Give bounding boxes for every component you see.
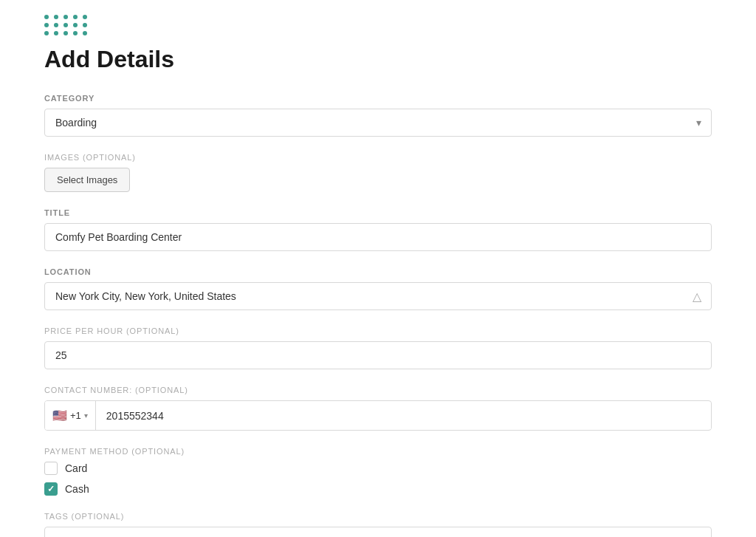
images-group: IMAGES (OPTIONAL) Select Images	[44, 153, 712, 192]
location-input[interactable]	[44, 282, 712, 310]
phone-input-wrapper: 🇺🇸 +1 ▾	[44, 400, 712, 431]
select-images-button[interactable]: Select Images	[44, 168, 130, 192]
payment-options: Card Cash	[44, 462, 712, 496]
tags-input[interactable]	[44, 527, 712, 537]
page-title: Add Details	[44, 46, 712, 73]
category-label: CATEGORY	[44, 94, 712, 103]
dot	[83, 31, 87, 35]
location-group: LOCATION △	[44, 267, 712, 310]
price-input[interactable]	[44, 341, 712, 369]
payment-cash-item[interactable]: Cash	[44, 482, 712, 496]
payment-card-item[interactable]: Card	[44, 462, 712, 475]
title-group: TITLE	[44, 208, 712, 251]
dot	[63, 31, 68, 35]
dot	[63, 15, 68, 19]
category-select-wrapper: Boarding Grooming Training Walking Sitti…	[44, 109, 712, 137]
contact-label: CONTACT NUMBER: (OPTIONAL)	[44, 386, 712, 394]
dot	[73, 15, 78, 19]
flag-icon: 🇺🇸	[52, 408, 67, 423]
dot	[54, 31, 58, 35]
dot	[44, 31, 49, 35]
dot	[83, 15, 87, 19]
phone-flag-prefix[interactable]: 🇺🇸 +1 ▾	[45, 401, 96, 430]
dot	[73, 23, 78, 27]
price-group: PRICE PER HOUR (OPTIONAL)	[44, 326, 712, 369]
category-group: CATEGORY Boarding Grooming Training Walk…	[44, 94, 712, 137]
payment-method-label: PAYMENT METHOD (OPTIONAL)	[44, 447, 712, 456]
phone-dropdown-arrow-icon: ▾	[84, 411, 88, 420]
location-label: LOCATION	[44, 267, 712, 276]
contact-group: CONTACT NUMBER: (OPTIONAL) 🇺🇸 +1 ▾	[44, 386, 712, 431]
tags-group: TAGS (OPTIONAL)	[44, 512, 712, 537]
title-input[interactable]	[44, 223, 712, 251]
price-label: PRICE PER HOUR (OPTIONAL)	[44, 326, 712, 335]
dot	[54, 15, 58, 19]
card-checkbox[interactable]	[44, 462, 58, 475]
dot	[44, 15, 49, 19]
card-label: Card	[65, 462, 87, 474]
location-icon: △	[693, 290, 701, 304]
dot	[54, 23, 58, 27]
dot	[83, 23, 87, 27]
dot	[63, 23, 68, 27]
images-label: IMAGES (OPTIONAL)	[44, 153, 712, 162]
cash-label: Cash	[65, 483, 89, 495]
payment-method-group: PAYMENT METHOD (OPTIONAL) Card Cash	[44, 447, 712, 496]
location-input-wrapper: △	[44, 282, 712, 310]
category-select[interactable]: Boarding Grooming Training Walking Sitti…	[44, 109, 712, 137]
tags-label: TAGS (OPTIONAL)	[44, 512, 712, 521]
dot	[73, 31, 78, 35]
title-label: TITLE	[44, 208, 712, 217]
decorative-dots-grid	[44, 15, 712, 35]
phone-number-input[interactable]	[96, 403, 711, 429]
cash-checkbox[interactable]	[44, 482, 58, 496]
dot	[44, 23, 49, 27]
phone-prefix: +1	[70, 410, 81, 421]
